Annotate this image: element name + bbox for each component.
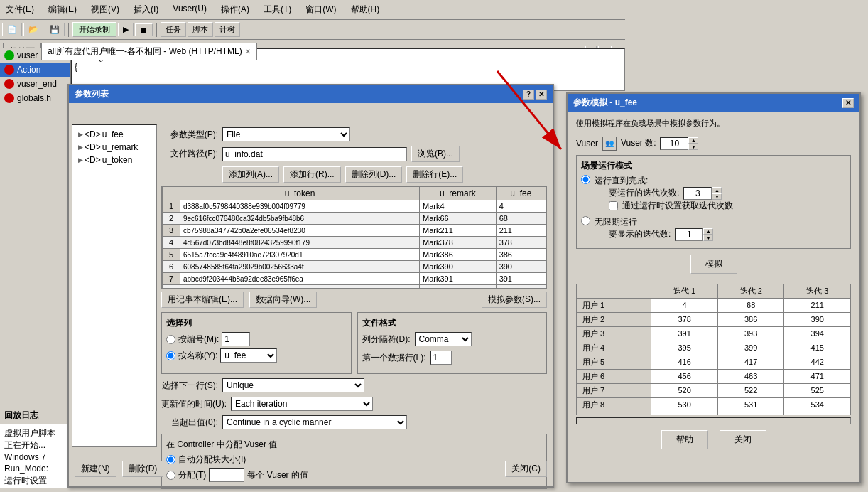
sim-row-user: 用户 5 [577, 355, 651, 369]
run-to-end-radio[interactable] [581, 175, 590, 184]
exceed-select[interactable]: Continue in a cyclic manner [222, 415, 407, 429]
get-iterations-checkbox[interactable] [609, 201, 618, 210]
by-name-select[interactable]: u_fee [220, 348, 277, 363]
col-header-fee: u_fee [496, 187, 546, 200]
by-name-radio[interactable] [166, 351, 175, 360]
vuser-count-spinbox-btns: ▲ ▼ [688, 137, 698, 150]
vuser-count-input[interactable] [660, 137, 688, 150]
list-item: 用户 6 456 463 471 [577, 369, 851, 383]
data-wizard-btn[interactable]: 数据向导(W)... [249, 292, 317, 308]
sim-help-btn[interactable]: 帮助 [661, 430, 708, 449]
sim-row-v1: 395 [651, 341, 718, 355]
row-num: 8 [163, 285, 180, 289]
by-num-radio[interactable] [166, 335, 175, 344]
controller-title: 在 Controller 中分配 Vuser 值 [166, 439, 542, 451]
row-fee: 391 [496, 273, 546, 285]
row-remark: Mark211 [420, 225, 497, 237]
iterations-up-btn[interactable]: ▲ [712, 187, 722, 193]
table-row: 4 4d567d073bd8448e8f08243259990f179 Mark… [163, 237, 546, 249]
new-btn[interactable]: 新建(N) [75, 461, 116, 477]
col-sep-select[interactable]: Comma [415, 332, 472, 346]
menu-help[interactable]: 帮助(H) [348, 2, 383, 17]
iterations-input[interactable] [683, 187, 712, 200]
vuser-count-down-btn[interactable]: ▼ [688, 144, 698, 150]
update-val-select[interactable]: Each iteration [231, 397, 373, 411]
toolbar-open[interactable]: 📂 [23, 23, 43, 36]
row-num: 6 [163, 261, 180, 273]
by-num-input[interactable] [222, 332, 250, 346]
tree-item-u-fee[interactable]: ▶ <D> u_fee [75, 128, 153, 141]
sim-dialog: 参数模拟 - u_fee ✕ 使用模拟程序在负载场景中模拟参数行为。 Vuser… [566, 92, 861, 483]
del-col-btn[interactable]: 删除列(D)... [345, 166, 403, 183]
get-iterations-label: 通过运行时设置获取迭代次数 [622, 200, 733, 212]
sidebar-item-globals[interactable]: globals.h [0, 91, 70, 105]
param-type-select[interactable]: File [222, 127, 350, 141]
next-row-select[interactable]: Unique [222, 378, 364, 392]
add-row-btn[interactable]: 添加行(R)... [283, 166, 341, 183]
param-browse-btn[interactable]: 浏览(B)... [411, 146, 460, 162]
sim-row-v2: 463 [717, 369, 784, 383]
sim-row-v1: 416 [651, 355, 718, 369]
del-row-btn[interactable]: 删除行(E)... [406, 166, 463, 183]
sidebar-item-action[interactable]: Action [0, 63, 70, 77]
first-row-input[interactable] [430, 351, 452, 365]
edit-notepad-btn[interactable]: 用记事本编辑(E)... [161, 292, 244, 308]
row-num: 5 [163, 249, 180, 261]
dialog-help-btn[interactable]: ? [523, 90, 534, 100]
sim-dialog-close-btn[interactable]: 关闭 [720, 430, 766, 449]
infinite-iter-input[interactable] [675, 228, 703, 241]
infinite-iter-down-btn[interactable]: ▼ [703, 235, 713, 241]
infinite-radio[interactable] [581, 216, 590, 225]
dialog-close-btn[interactable]: ✕ [536, 90, 547, 100]
toolbar-task[interactable]: 任务 [161, 22, 186, 37]
toolbar-script[interactable]: 脚本 [188, 22, 213, 37]
log-area: 回放日志 虚拟用户脚本 正在开始... Windows 7 Run_Mode: … [0, 407, 71, 492]
col-sep-label: 列分隔符(D): [362, 333, 411, 346]
menu-edit[interactable]: 编辑(E) [45, 2, 80, 17]
sim-horizontal-scrollbar[interactable] [576, 417, 851, 424]
menu-vuser[interactable]: Vuser(U) [170, 2, 210, 17]
iterations-down-btn[interactable]: ▼ [712, 193, 722, 200]
col-sep-row: 列分隔符(D): Comma [362, 332, 543, 346]
tree-item-u-token[interactable]: ▶ <D> u_token [75, 154, 153, 166]
sim-row-v3: 394 [784, 326, 851, 341]
sim-param-btn[interactable]: 模拟参数(S)... [482, 292, 547, 308]
toolbar-save[interactable]: 💾 [45, 23, 65, 36]
sim-row-v3: 390 [784, 312, 851, 326]
param-file-input[interactable] [222, 147, 407, 161]
sidebar-item-vuser-end[interactable]: vuser_end [0, 77, 70, 91]
row-remark: Mark378 [420, 237, 497, 249]
vuser-count-up-btn[interactable]: ▲ [688, 137, 698, 144]
simulate-btn[interactable]: 模拟 [690, 255, 737, 274]
menu-window[interactable]: 窗口(W) [303, 2, 339, 17]
infinite-iter-up-btn[interactable]: ▲ [703, 228, 713, 235]
del-btn[interactable]: 删除(D) [122, 461, 164, 477]
menu-view[interactable]: 视图(V) [88, 2, 122, 17]
toolbar-tree[interactable]: 计树 [215, 22, 240, 37]
param-close-btn[interactable]: 关闭(C) [505, 461, 547, 477]
iterations-spinbox: ▲ ▼ [683, 187, 722, 200]
toolbar-new[interactable]: 📄 [2, 23, 22, 36]
menu-file[interactable]: 文件(E) [3, 2, 37, 17]
menu-tools[interactable]: 工具(T) [261, 2, 294, 17]
tree-item-u-remark[interactable]: ▶ <D> u_remark [75, 141, 153, 154]
menu-insert[interactable]: 插入(I) [131, 2, 161, 17]
toolbar-stop[interactable]: ⏹ [135, 23, 153, 36]
sim-close-icon[interactable]: ✕ [842, 98, 854, 108]
action-icon [4, 65, 14, 75]
toolbar-run[interactable]: ▶ [118, 23, 134, 36]
dialog-titlebar-btns: ? ✕ [523, 90, 547, 100]
row-fee: 390 [496, 261, 546, 273]
sim-row-v2: 536 [717, 412, 784, 415]
menu-action[interactable]: 操作(A) [218, 2, 252, 17]
toolbar-record[interactable]: 开始录制 [72, 22, 116, 37]
tab-close-icon[interactable]: ✕ [245, 48, 251, 55]
sim-row-v2: 531 [717, 397, 784, 412]
vuser-icon: 👥 [602, 137, 617, 151]
sim-row-v2: 399 [717, 341, 784, 355]
tree-expand-icon3: ▶ [78, 156, 83, 164]
add-col-btn[interactable]: 添加列(A)... [222, 166, 279, 183]
row-num: 2 [163, 213, 180, 225]
sim-row-v3: 415 [784, 341, 851, 355]
tab-main[interactable]: all所有虚代用户唯一-各不相同 - Web (HTTP/HTML) ✕ [41, 43, 257, 60]
